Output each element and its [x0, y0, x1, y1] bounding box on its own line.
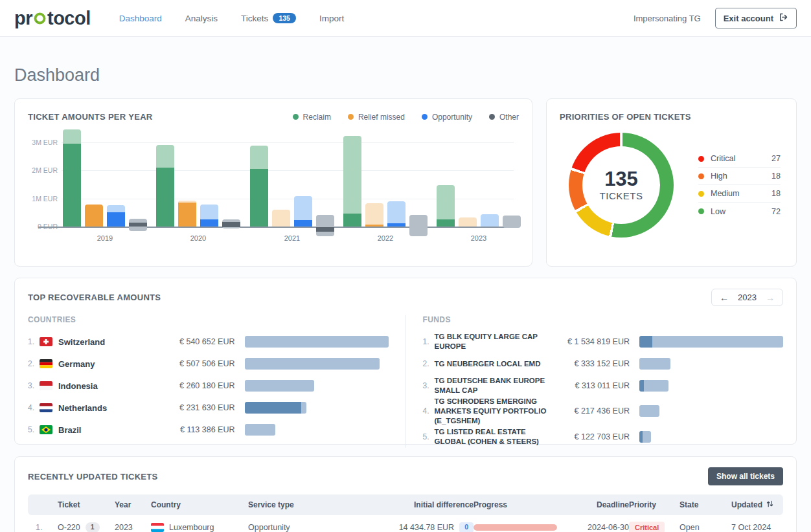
sort-icon[interactable] [766, 500, 773, 509]
show-all-tickets-button[interactable]: Show all tickets [708, 467, 783, 485]
amount-bar-light-segment [644, 380, 668, 392]
amount-bar-light-segment [245, 380, 314, 392]
nav-import-label: Import [319, 14, 344, 23]
amount-bar [245, 380, 314, 392]
bar-reclaim [437, 219, 455, 227]
funds-list: 1.TG BLK EQUITY LARGE CAP EUROPE€ 1 534 … [423, 331, 784, 448]
country-cell: Luxembourg [151, 523, 248, 532]
nav-analysis[interactable]: Analysis [185, 14, 218, 23]
legend-item-opportunity[interactable]: Opportunity [422, 113, 472, 122]
impersonating-label: Impersonating TG [634, 14, 701, 23]
country-row[interactable]: 5.Brazil€ 113 386 EUR [28, 419, 389, 441]
nav-dashboard[interactable]: Dashboard [119, 14, 162, 23]
legend-dot-icon [348, 114, 354, 120]
ticket-cell[interactable]: O-2201 [58, 522, 115, 532]
column-header-priority[interactable]: Priority [629, 500, 680, 509]
bar-reclaim-light [437, 185, 455, 219]
app-logo[interactable]: prtocol [14, 8, 91, 29]
priority-legend-row-low: Low72 [698, 203, 781, 220]
legend-item-relief-missed[interactable]: Relief missed [348, 113, 405, 122]
nav-import[interactable]: Import [319, 14, 344, 23]
column-header-label: Service type [248, 500, 294, 509]
funds-heading: FUNDS [423, 315, 784, 324]
country-name: Indonesia [58, 381, 156, 391]
column-header-state[interactable]: State [680, 500, 731, 509]
year-selector: ← 2023 → [711, 289, 783, 306]
gridline [62, 142, 514, 143]
initial-difference-cell: 14 434.78 EUR0 [399, 522, 474, 532]
country-amount: € 507 506 EUR [156, 359, 235, 368]
nav-analysis-label: Analysis [185, 14, 218, 23]
amount-bar [245, 336, 389, 348]
ticket-count-badge: 1 [86, 522, 100, 532]
column-header-initial-difference[interactable]: Initial difference [414, 500, 474, 509]
column-header-deadline[interactable]: Deadline [597, 500, 629, 509]
column-header-country[interactable]: Country [151, 500, 248, 509]
next-year-button[interactable]: → [766, 293, 775, 302]
column-header-label: State [680, 500, 698, 509]
ticket-id: O-220 [58, 523, 80, 532]
exit-account-button[interactable]: Exit account [715, 8, 797, 28]
country-amount: € 260 180 EUR [156, 381, 235, 390]
bar-reclaim [343, 214, 361, 227]
bar-opportunity-light [481, 214, 499, 227]
country-rank: 5. [28, 425, 40, 434]
country-row[interactable]: 3.Indonesia€ 260 180 EUR [28, 375, 389, 397]
legend-item-reclaim[interactable]: Reclaim [293, 113, 331, 122]
fund-rank: 1. [423, 337, 435, 346]
column-header-progress[interactable]: Progress [474, 500, 568, 509]
fund-name: TG LISTED REAL ESTATE GLOBAL (COHEN & ST… [435, 427, 551, 447]
amount-bar-light-segment [639, 358, 670, 370]
fund-row[interactable]: 2.TG NEUBERGER LOCAL EMD€ 333 152 EUR [423, 353, 784, 375]
priority-legend-row-critical: Critical27 [698, 150, 781, 168]
nav-tickets[interactable]: Tickets135 [241, 13, 296, 24]
country-rank: 4. [28, 403, 40, 412]
column-header-ticket[interactable]: Ticket [58, 500, 115, 509]
priority-badge: Critical [629, 522, 665, 532]
bar-opportunity [200, 219, 218, 227]
bar-relief-missed-light [365, 203, 383, 225]
country-row[interactable]: 1.Switzerland€ 540 652 EUR [28, 331, 389, 353]
fund-row[interactable]: 1.TG BLK EQUITY LARGE CAP EUROPE€ 1 534 … [423, 331, 784, 353]
country-row[interactable]: 4.Netherlands€ 231 630 EUR [28, 397, 389, 419]
legend-item-other[interactable]: Other [489, 113, 519, 122]
column-header-service-type[interactable]: Service type [248, 500, 371, 509]
column-header-updated[interactable]: Updated [731, 500, 775, 509]
logo-text-pre: pr [14, 8, 32, 29]
legend-label: Reclaim [303, 113, 331, 122]
fund-row[interactable]: 3.TG DEUTSCHE BANK EUROPE SMALL CAP€ 313… [423, 375, 784, 397]
previous-year-button[interactable]: ← [720, 293, 729, 302]
column-header-label: Updated [731, 500, 762, 509]
fund-rank: 4. [423, 406, 435, 416]
exit-account-label: Exit account [724, 14, 773, 23]
page-title: Dashboard [14, 65, 797, 85]
priority-dot-icon [698, 156, 704, 162]
flag-icon-br [40, 425, 52, 434]
bar-reclaim-light [63, 129, 81, 144]
tickets-count-badge: 135 [273, 13, 296, 24]
legend-dot-icon [422, 114, 428, 120]
bar-opportunity-light [294, 196, 312, 221]
country-name: Luxembourg [169, 523, 214, 532]
deadline-cell: 2024-06-30 [588, 523, 629, 532]
country-amount: € 540 652 EUR [156, 337, 235, 346]
priority-dot-icon [698, 208, 704, 214]
flag-icon-de [40, 359, 52, 368]
bar-opportunity-light [387, 201, 406, 223]
column-header-label: Priority [629, 500, 656, 509]
fund-amount: € 1 534 819 EUR [551, 337, 630, 346]
column-header-year[interactable]: Year [115, 500, 151, 509]
service-type-cell: Opportunity [248, 523, 371, 532]
bar-opportunity-light [200, 205, 218, 219]
fund-row[interactable]: 4.TG SCHRODERS EMERGING MARKETS EQUITY P… [423, 397, 784, 426]
bar-relief-missed-light [459, 217, 477, 227]
country-row[interactable]: 2.Germany€ 507 506 EUR [28, 353, 389, 375]
donut-center: 135 TICKETS [582, 146, 660, 224]
x-axis-label: 2019 [79, 234, 131, 242]
table-row[interactable]: 1.O-22012023LuxembourgOpportunity14 434.… [28, 515, 783, 532]
amount-bar-light-segment [652, 336, 783, 348]
fund-row[interactable]: 5.TG LISTED REAL ESTATE GLOBAL (COHEN & … [423, 426, 784, 448]
priority-label: Low [711, 207, 725, 216]
difference-count-badge: 0 [459, 522, 474, 532]
legend-dot-icon [293, 114, 299, 120]
